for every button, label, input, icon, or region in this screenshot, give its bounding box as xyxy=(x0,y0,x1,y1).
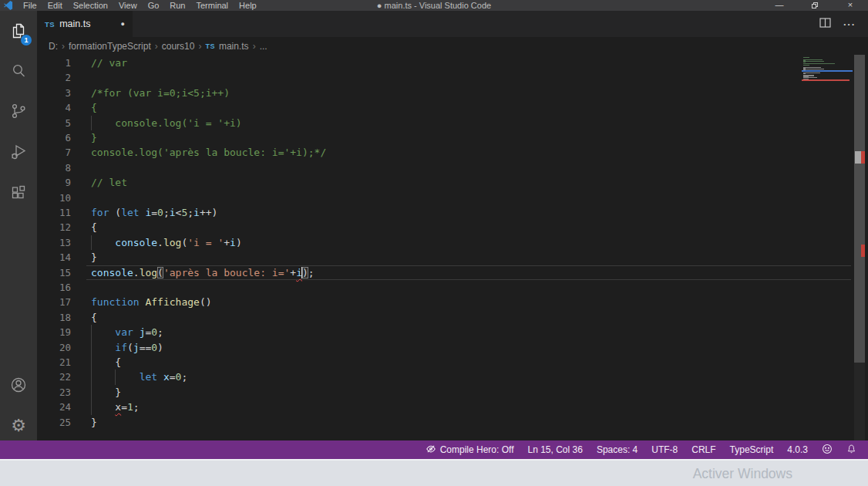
menu-selection[interactable]: Selection xyxy=(68,1,113,10)
code-line-1[interactable]: 1// var xyxy=(37,56,868,70)
code-text: for (let i=0;i<5;i++) xyxy=(91,205,217,220)
minimize-icon[interactable]: — xyxy=(762,0,797,11)
sidebar-item-explorer[interactable]: 1 xyxy=(0,12,37,49)
sidebar-item-source-control[interactable] xyxy=(0,93,37,130)
sidebar-item-run-and-debug[interactable] xyxy=(0,133,37,170)
status-label: Spaces: 4 xyxy=(597,444,638,455)
restore-icon[interactable] xyxy=(797,0,833,11)
status-4-0-3[interactable]: 4.0.3 xyxy=(780,440,815,459)
code-token: console.log('i = '+i) xyxy=(91,117,242,129)
code-line-13[interactable]: 13 console.log('i = '+i) xyxy=(37,235,868,250)
code-line-17[interactable]: 17function Affichage() xyxy=(37,295,868,309)
code-token: console.log('après la boucle: i='+i);*/ xyxy=(91,147,326,158)
status-crlf[interactable]: CRLF xyxy=(685,440,722,459)
modified-dot-icon[interactable]: ● xyxy=(121,20,125,28)
code-line-7[interactable]: 7console.log('après la boucle: i='+i);*/ xyxy=(37,145,868,160)
code-line-8[interactable]: 8 xyxy=(37,160,868,175)
eye-off-icon xyxy=(426,444,436,457)
status-feedback-icon[interactable] xyxy=(815,440,839,459)
code-line-14[interactable]: 14} xyxy=(37,250,868,265)
breadcrumb-separator-icon: › xyxy=(62,41,65,52)
code-line-12[interactable]: 12{ xyxy=(37,220,868,235)
line-number: 19 xyxy=(37,325,71,339)
code-line-20[interactable]: 20 if(j==0) xyxy=(37,340,868,355)
code-line-3[interactable]: 3/*for (var i=0;i<5;i++) xyxy=(37,86,868,100)
code-line-11[interactable]: 11for (let i=0;i<5;i++) xyxy=(37,205,868,220)
sidebar-item-search[interactable] xyxy=(0,52,37,89)
code-line-18[interactable]: 18{ xyxy=(37,310,868,325)
typescript-file-icon: TS xyxy=(205,42,215,50)
code-token: } xyxy=(91,417,97,428)
code-line-10[interactable]: 10 xyxy=(37,191,868,205)
menu-help[interactable]: Help xyxy=(234,1,262,10)
code-text: { xyxy=(91,355,121,370)
code-token: function xyxy=(91,296,140,308)
minimap-line xyxy=(803,57,809,58)
status-compile-hero-off[interactable]: Compile Hero: Off xyxy=(419,440,521,459)
code-line-2[interactable]: 2 xyxy=(37,70,868,85)
code-line-15[interactable]: 15console.log('après la boucle: i='+i); xyxy=(37,265,868,280)
split-editor-icon[interactable] xyxy=(819,17,831,31)
code-text: console.log('i = '+i) xyxy=(91,235,242,250)
code-token: ) xyxy=(302,267,308,278)
code-line-16[interactable]: 16 xyxy=(37,280,868,295)
breadcrumb-item-file[interactable]: main.ts xyxy=(219,41,249,52)
search-icon xyxy=(9,62,28,80)
code-line-6[interactable]: 6} xyxy=(37,130,868,145)
code-line-21[interactable]: 21 { xyxy=(37,355,868,370)
tab-main-ts[interactable]: TS main.ts ● xyxy=(37,11,133,37)
menu-edit[interactable]: Edit xyxy=(42,1,68,10)
close-icon[interactable]: × xyxy=(833,0,868,11)
minimap[interactable] xyxy=(802,56,853,86)
line-number: 9 xyxy=(37,175,71,190)
code-line-24[interactable]: 24 x=1; xyxy=(37,400,868,414)
status-utf-8[interactable]: UTF-8 xyxy=(644,440,685,459)
status-typescript[interactable]: TypeScript xyxy=(723,440,781,459)
sidebar-item-accounts[interactable] xyxy=(0,366,37,403)
code-line-5[interactable]: 5 console.log('i = '+i) xyxy=(37,116,868,130)
menu-terminal[interactable]: Terminal xyxy=(191,1,234,10)
code-text: x=1; xyxy=(91,400,140,414)
code-line-23[interactable]: 23 } xyxy=(37,385,868,400)
code-token: ; xyxy=(187,207,193,218)
code-line-22[interactable]: 22 let x=0; xyxy=(37,370,868,384)
code-text: } xyxy=(91,415,97,430)
status-spaces-4[interactable]: Spaces: 4 xyxy=(590,440,644,459)
menu-view[interactable]: View xyxy=(113,1,143,10)
more-actions-icon[interactable]: ··· xyxy=(843,19,856,30)
code-line-19[interactable]: 19 var j=0; xyxy=(37,325,868,339)
tab-label: main.ts xyxy=(59,19,90,29)
breadcrumb-item[interactable]: D: xyxy=(49,41,58,52)
sidebar-item-extensions[interactable] xyxy=(0,174,37,211)
code-token: i xyxy=(193,207,200,218)
code-line-9[interactable]: 9// let xyxy=(37,175,868,190)
status-ln-15-col-36[interactable]: Ln 15, Col 36 xyxy=(520,440,589,459)
breadcrumb-item-symbol[interactable]: ... xyxy=(260,41,267,52)
code-token: { xyxy=(91,312,97,323)
code-token: let xyxy=(121,207,139,218)
code-text: // var xyxy=(91,56,127,70)
breadcrumb-item[interactable]: cours10 xyxy=(162,41,195,52)
line-number: 23 xyxy=(37,385,71,400)
code-token: let xyxy=(140,371,157,383)
scrollbar-thumb[interactable] xyxy=(854,55,865,363)
code-text: var j=0; xyxy=(91,325,163,339)
code-token: if xyxy=(115,342,127,353)
status-bell-icon[interactable] xyxy=(839,440,863,459)
code-line-4[interactable]: 4{ xyxy=(37,100,868,115)
code-token: // let xyxy=(91,177,127,188)
line-number: 16 xyxy=(37,280,71,295)
line-number: 18 xyxy=(37,310,71,325)
code-token: + xyxy=(224,237,230,248)
breadcrumb-item[interactable]: formationTypeScript xyxy=(69,41,151,52)
menu-file[interactable]: File xyxy=(18,1,42,10)
code-token: ) xyxy=(236,237,242,248)
editor[interactable]: 1// var23/*for (var i=0;i<5;i++)4{5 cons… xyxy=(37,55,868,440)
code-token: = xyxy=(170,371,176,383)
menu-run[interactable]: Run xyxy=(164,1,190,10)
status-label: Ln 15, Col 36 xyxy=(527,444,582,455)
code-token: ; xyxy=(133,401,140,413)
code-line-25[interactable]: 25} xyxy=(37,415,868,430)
menu-go[interactable]: Go xyxy=(143,1,165,10)
sidebar-item-manage[interactable]: ⚙ xyxy=(0,407,37,444)
